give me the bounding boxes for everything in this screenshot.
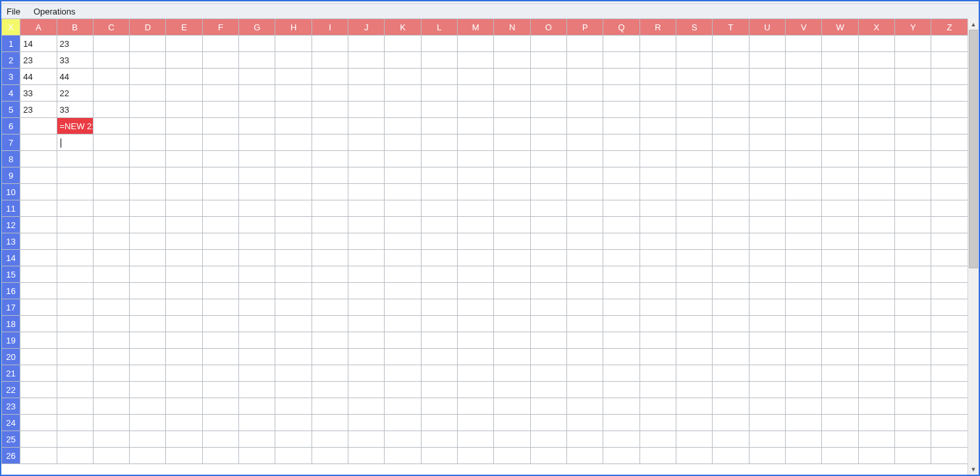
col-header-E[interactable]: E [166, 19, 202, 36]
cell-G4[interactable] [239, 85, 275, 102]
cell-I2[interactable] [312, 52, 348, 69]
cell-G17[interactable] [239, 299, 275, 316]
cell-T1[interactable] [713, 36, 749, 52]
cell-G12[interactable] [239, 217, 275, 233]
cell-L26[interactable] [421, 448, 457, 464]
col-header-M[interactable]: M [458, 19, 494, 36]
cell-Z25[interactable] [931, 431, 967, 448]
cell-Q18[interactable] [603, 316, 640, 332]
cell-F13[interactable] [202, 233, 238, 250]
cell-O14[interactable] [530, 250, 566, 266]
cell-X23[interactable] [858, 398, 894, 415]
cell-Y6[interactable] [895, 118, 931, 134]
cell-M25[interactable] [458, 431, 494, 448]
cell-Q21[interactable] [603, 365, 640, 382]
cell-E12[interactable] [166, 217, 202, 233]
cell-N10[interactable] [494, 184, 530, 200]
cell-L12[interactable] [421, 217, 457, 233]
cell-Q23[interactable] [603, 398, 640, 415]
cell-Z18[interactable] [931, 316, 967, 332]
cell-C5[interactable] [93, 102, 129, 118]
cell-F19[interactable] [202, 332, 238, 349]
cell-I15[interactable] [312, 266, 348, 283]
cell-R25[interactable] [640, 431, 676, 448]
cell-S25[interactable] [676, 431, 713, 448]
cell-F1[interactable] [202, 36, 238, 52]
cell-T11[interactable] [713, 200, 749, 217]
cell-K2[interactable] [385, 52, 421, 69]
cell-M17[interactable] [458, 299, 494, 316]
cell-M24[interactable] [458, 415, 494, 431]
cell-Y26[interactable] [895, 448, 931, 464]
cell-D20[interactable] [130, 349, 166, 365]
cell-T22[interactable] [713, 382, 749, 398]
cell-W6[interactable] [822, 118, 858, 134]
cell-W4[interactable] [822, 85, 858, 102]
cell-J18[interactable] [348, 316, 385, 332]
cell-R12[interactable] [640, 217, 676, 233]
cell-Q5[interactable] [603, 102, 640, 118]
cell-R2[interactable] [640, 52, 676, 69]
cell-T18[interactable] [713, 316, 749, 332]
cell-G24[interactable] [239, 415, 275, 431]
cell-I20[interactable] [312, 349, 348, 365]
cell-Q12[interactable] [603, 217, 640, 233]
col-header-J[interactable]: J [348, 19, 385, 36]
cell-D22[interactable] [130, 382, 166, 398]
cell-J7[interactable] [348, 134, 385, 151]
cell-S3[interactable] [676, 69, 713, 85]
cell-B26[interactable] [57, 448, 93, 464]
cell-Z2[interactable] [931, 52, 967, 69]
cell-W12[interactable] [822, 217, 858, 233]
cell-B1[interactable]: 23 [57, 36, 93, 52]
cell-Y2[interactable] [895, 52, 931, 69]
cell-N24[interactable] [494, 415, 530, 431]
cell-O9[interactable] [530, 167, 566, 184]
cell-M15[interactable] [458, 266, 494, 283]
scroll-up-arrow[interactable]: ▲ [968, 18, 979, 30]
scroll-track[interactable] [968, 30, 979, 463]
cell-E2[interactable] [166, 52, 202, 69]
cell-I1[interactable] [312, 36, 348, 52]
cell-R21[interactable] [640, 365, 676, 382]
cell-D19[interactable] [130, 332, 166, 349]
cell-F23[interactable] [202, 398, 238, 415]
cell-V26[interactable] [786, 448, 822, 464]
cell-Q6[interactable] [603, 118, 640, 134]
cell-B4[interactable]: 22 [57, 85, 93, 102]
cell-X20[interactable] [858, 349, 894, 365]
cell-F2[interactable] [202, 52, 238, 69]
cell-R22[interactable] [640, 382, 676, 398]
cell-D10[interactable] [130, 184, 166, 200]
cell-M23[interactable] [458, 398, 494, 415]
cell-C10[interactable] [93, 184, 129, 200]
cell-U4[interactable] [749, 85, 785, 102]
cell-C6[interactable] [93, 118, 129, 134]
cell-P1[interactable] [567, 36, 603, 52]
cell-P10[interactable] [567, 184, 603, 200]
cell-T15[interactable] [713, 266, 749, 283]
cell-H19[interactable] [275, 332, 312, 349]
cell-G21[interactable] [239, 365, 275, 382]
cell-J15[interactable] [348, 266, 385, 283]
cell-F26[interactable] [202, 448, 238, 464]
cell-P18[interactable] [567, 316, 603, 332]
cell-O25[interactable] [530, 431, 566, 448]
cell-V24[interactable] [786, 415, 822, 431]
cell-A23[interactable] [20, 398, 57, 415]
cell-S2[interactable] [676, 52, 713, 69]
cell-B8[interactable] [57, 151, 93, 167]
cell-V18[interactable] [786, 316, 822, 332]
cell-Z6[interactable] [931, 118, 967, 134]
cell-U3[interactable] [749, 69, 785, 85]
cell-E20[interactable] [166, 349, 202, 365]
cell-H15[interactable] [275, 266, 312, 283]
cell-U1[interactable] [749, 36, 785, 52]
cell-L25[interactable] [421, 431, 457, 448]
cell-V15[interactable] [786, 266, 822, 283]
cell-I12[interactable] [312, 217, 348, 233]
row-header-2[interactable]: 2 [2, 52, 20, 69]
cell-J5[interactable] [348, 102, 385, 118]
cell-G26[interactable] [239, 448, 275, 464]
cell-N4[interactable] [494, 85, 530, 102]
